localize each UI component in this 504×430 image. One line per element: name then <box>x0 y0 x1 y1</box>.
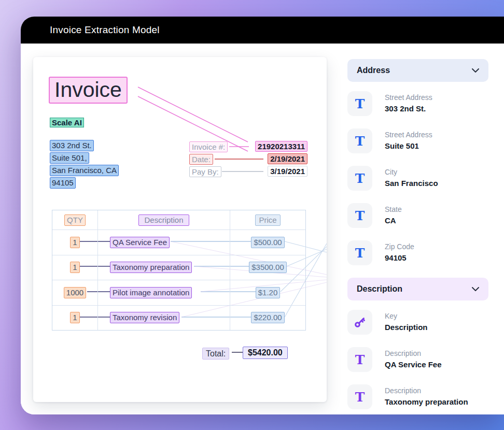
description-value: QA Service Fee <box>110 237 170 248</box>
text-icon: T <box>347 384 372 409</box>
app-title: Invoice Extraction Model <box>50 24 160 36</box>
table-row: 1 Taxonomy revision $220.00 <box>52 305 305 331</box>
app-header: Invoice Extraction Model <box>21 17 504 44</box>
field-value: QA Service Fee <box>385 359 442 371</box>
field-label: Description <box>385 348 442 359</box>
list-item[interactable]: T Description Taxonomy preparation <box>347 384 488 409</box>
list-item[interactable]: T Street Address Suite 501 <box>347 128 488 153</box>
section-title: Description <box>357 284 402 294</box>
field-label: Description <box>385 385 468 396</box>
list-item[interactable]: Key Description <box>347 310 488 335</box>
qty-value: 1000 <box>64 287 86 298</box>
field-value: San Francisco <box>385 177 438 190</box>
field-label: City <box>385 167 438 177</box>
qty-value: 1 <box>70 262 79 273</box>
date-value: 2/19/2021 <box>268 153 307 164</box>
field-label: State <box>385 204 402 214</box>
text-icon: T <box>347 166 372 191</box>
key-icon <box>347 310 372 335</box>
list-item[interactable]: T Zip Code 94105 <box>347 240 488 265</box>
price-value: $3500.00 <box>249 262 287 273</box>
price-value: $220.00 <box>251 312 284 323</box>
invoice-document: Invoice Scale AI 303 2nd St. Suite 501, … <box>33 57 327 402</box>
invoice-number-label: Invoice #: <box>189 141 228 152</box>
price-value: $500.00 <box>251 237 284 248</box>
field-value: Description <box>385 321 428 334</box>
section-header-address[interactable]: Address <box>347 59 488 82</box>
pay-by-label: Pay By: <box>189 166 221 177</box>
qty-value: 1 <box>70 237 79 248</box>
field-value: Suite 501 <box>385 140 432 152</box>
table-row: 1 QA Service Fee $500.00 <box>52 230 305 255</box>
section-header-description[interactable]: Description <box>347 278 488 300</box>
description-value: Taxonomy revision <box>110 312 179 323</box>
description-header: Description <box>138 214 189 226</box>
extraction-sidebar: Address T Street Address 303 2nd St. T S… <box>347 59 488 414</box>
text-icon: T <box>347 347 372 372</box>
text-icon: T <box>347 203 372 228</box>
app-window: Invoice Extraction Model <box>21 17 504 414</box>
pay-by-value: 3/19/2021 <box>268 166 307 177</box>
list-item[interactable]: T City San Francisco <box>347 166 488 191</box>
qty-header: QTY <box>64 214 86 226</box>
date-label: Date: <box>189 154 213 165</box>
list-item[interactable]: T Description QA Service Fee <box>347 347 488 372</box>
field-value: Taxonomy preparation <box>385 396 468 408</box>
total-value: $5420.00 <box>243 347 288 359</box>
invoice-title: Invoice <box>49 77 128 104</box>
text-icon: T <box>347 91 372 116</box>
address-block: 303 2nd St. Suite 501, San Francisco, CA… <box>50 140 119 190</box>
table-row: 1000 Pilot image annotation $1.20 <box>52 280 305 305</box>
address-line: Suite 501, <box>50 152 89 164</box>
address-line: 94105 <box>50 177 76 189</box>
field-label: Zip Code <box>385 241 414 252</box>
field-value: CA <box>385 214 402 227</box>
price-value: $1.20 <box>256 287 281 298</box>
app-content: Invoice Scale AI 303 2nd St. Suite 501, … <box>21 44 504 414</box>
qty-value: 1 <box>70 312 79 323</box>
address-line: 303 2nd St. <box>50 140 94 151</box>
list-item[interactable]: T State CA <box>347 203 488 228</box>
table-row: 1 Taxonomy preparation $3500.00 <box>52 255 305 280</box>
company-name: Scale AI <box>50 118 84 127</box>
field-label: Key <box>385 311 428 321</box>
field-label: Street Address <box>385 92 432 103</box>
text-icon: T <box>347 128 372 153</box>
address-line: San Francisco, CA <box>50 165 119 176</box>
total-label: Total: <box>202 348 229 360</box>
chevron-down-icon[interactable] <box>472 68 479 73</box>
field-value: 94105 <box>385 252 414 264</box>
field-label: Street Address <box>385 130 432 140</box>
table-header-row: QTY Description Price <box>52 210 305 230</box>
invoice-number-value: 21920213311 <box>255 141 307 152</box>
description-value: Taxonomy preparation <box>110 262 192 273</box>
invoice-table: QTY Description Price 1 QA Service Fee $… <box>52 210 306 331</box>
list-item[interactable]: T Street Address 303 2nd St. <box>347 91 488 116</box>
field-value: 303 2nd St. <box>385 103 432 115</box>
text-icon: T <box>347 240 372 265</box>
section-title: Address <box>357 66 390 75</box>
price-header: Price <box>255 214 280 226</box>
chevron-down-icon[interactable] <box>472 287 479 292</box>
description-value: Pilot image annotation <box>110 287 192 298</box>
